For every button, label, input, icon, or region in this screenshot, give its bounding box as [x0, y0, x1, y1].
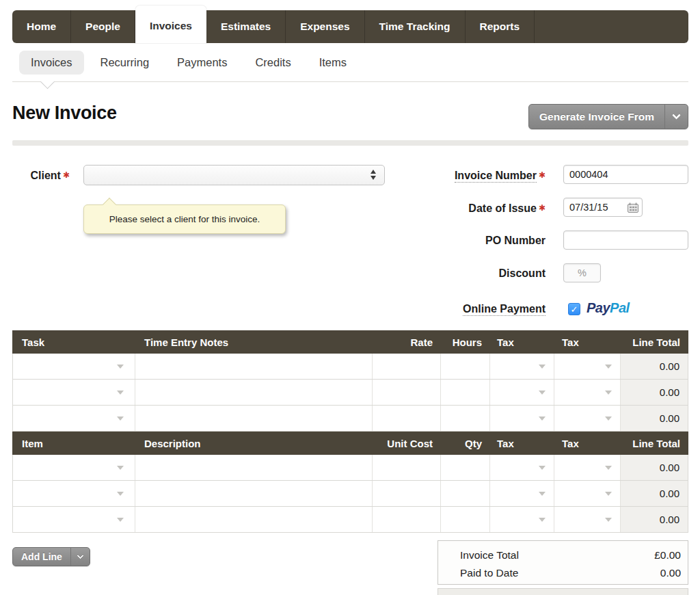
nav-tab-estimates[interactable]: Estimates	[206, 10, 286, 43]
unit-cost-cell[interactable]	[373, 481, 441, 506]
date-of-issue-field	[563, 198, 643, 218]
line-total-cell: 0.00	[621, 380, 688, 405]
col-header-tax1: Tax	[490, 336, 555, 348]
select-updown-icon	[371, 170, 376, 180]
dropdown-arrow-icon	[605, 518, 612, 522]
invoice-total-label: Invoice Total	[460, 546, 519, 564]
unit-cost-cell[interactable]	[373, 455, 441, 480]
description-cell[interactable]	[135, 481, 373, 506]
subnav-item-items[interactable]: Items	[308, 51, 358, 75]
time-entry-notes-cell[interactable]	[135, 406, 373, 431]
dropdown-arrow-icon	[605, 466, 612, 470]
add-line-dropdown-toggle[interactable]	[70, 548, 90, 566]
time-table-header: Task Time Entry Notes Rate Hours Tax Tax…	[12, 330, 688, 354]
nav-tab-home[interactable]: Home	[12, 10, 71, 43]
task-select-cell[interactable]	[13, 380, 135, 405]
tax1-select-cell[interactable]	[490, 507, 555, 532]
invoice-total-value: £0.00	[654, 546, 681, 564]
item-select-cell[interactable]	[13, 507, 135, 532]
nav-tab-reports[interactable]: Reports	[466, 10, 535, 43]
item-select-cell[interactable]	[13, 481, 135, 506]
description-cell[interactable]	[135, 507, 373, 532]
tax1-select-cell[interactable]	[490, 380, 555, 405]
tax1-select-cell[interactable]	[490, 481, 555, 506]
add-line-button[interactable]: Add Line	[12, 547, 90, 566]
tax2-select-cell[interactable]	[554, 455, 621, 480]
col-header-hours: Hours	[441, 336, 490, 348]
col-header-item: Item	[12, 438, 135, 449]
generate-invoice-from-button[interactable]: Generate Invoice From	[528, 104, 688, 129]
time-entry-notes-cell[interactable]	[135, 354, 373, 379]
dropdown-arrow-icon	[605, 391, 612, 395]
item-select-cell[interactable]	[13, 455, 135, 480]
nav-tab-people[interactable]: People	[71, 10, 135, 43]
dropdown-arrow-icon	[539, 391, 546, 395]
dropdown-arrow-icon	[117, 416, 124, 421]
table-row: 0.00	[13, 455, 688, 481]
chevron-down-icon	[77, 553, 83, 559]
nav-tab-expenses[interactable]: Expenses	[286, 10, 364, 43]
generate-invoice-dropdown-toggle[interactable]	[664, 105, 688, 129]
paypal-logo: PayPal	[587, 300, 630, 316]
tax1-select-cell[interactable]	[490, 455, 555, 480]
invoices-subnav: Invoices Recurring Payments Credits Item…	[19, 51, 358, 75]
po-number-input[interactable]	[563, 230, 688, 250]
line-total-cell: 0.00	[621, 455, 688, 480]
calendar-icon[interactable]	[627, 202, 639, 213]
dropdown-arrow-icon	[117, 466, 124, 470]
tooltip-pointer-icon	[103, 198, 116, 211]
required-asterisk-icon: ✱	[539, 203, 546, 213]
invoice-number-input[interactable]	[563, 165, 688, 184]
new-invoice-page: Home People Invoices Estimates Expenses …	[0, 0, 700, 595]
rate-cell[interactable]	[373, 406, 441, 431]
subnav-item-invoices[interactable]: Invoices	[19, 51, 84, 75]
paypal-checkbox[interactable]: ✓	[568, 303, 580, 315]
subnav-item-credits[interactable]: Credits	[243, 51, 302, 75]
time-entry-notes-cell[interactable]	[135, 380, 373, 405]
task-select-cell[interactable]	[13, 354, 135, 379]
task-select-cell[interactable]	[13, 406, 135, 431]
date-of-issue-label: Date of Issue✱	[383, 198, 546, 219]
po-number-label: PO Number	[383, 230, 546, 251]
items-table: Item Description Unit Cost Qty Tax Tax L…	[12, 432, 688, 533]
tax2-select-cell[interactable]	[554, 380, 621, 405]
tax2-select-cell[interactable]	[554, 354, 621, 379]
hours-cell[interactable]	[441, 380, 490, 405]
nav-tab-invoices[interactable]: Invoices	[135, 5, 206, 43]
dropdown-arrow-icon	[117, 365, 124, 369]
col-header-rate: Rate	[373, 336, 441, 348]
discount-input[interactable]	[563, 263, 601, 282]
rate-cell[interactable]	[373, 354, 441, 379]
tax2-select-cell[interactable]	[554, 507, 621, 532]
line-total-cell: 0.00	[621, 507, 688, 532]
qty-cell[interactable]	[441, 507, 490, 532]
tax1-select-cell[interactable]	[490, 354, 555, 379]
hours-cell[interactable]	[441, 354, 490, 379]
unit-cost-cell[interactable]	[373, 507, 441, 532]
hours-cell[interactable]	[441, 406, 490, 431]
table-row: 0.00	[13, 406, 688, 432]
subnav-active-notch	[40, 75, 55, 89]
col-header-qty: Qty	[441, 438, 490, 449]
tax1-select-cell[interactable]	[490, 406, 555, 431]
subnav-item-recurring[interactable]: Recurring	[89, 51, 161, 75]
dropdown-arrow-icon	[117, 391, 124, 395]
dropdown-arrow-icon	[117, 492, 124, 496]
table-row: 0.00	[13, 481, 688, 507]
rate-cell[interactable]	[373, 380, 441, 405]
col-header-line-total: Line Total	[621, 336, 688, 348]
tax2-select-cell[interactable]	[554, 406, 621, 431]
client-select[interactable]	[83, 165, 385, 185]
dropdown-arrow-icon	[539, 518, 546, 522]
col-header-unit-cost: Unit Cost	[373, 438, 441, 449]
col-header-tax2: Tax	[555, 336, 621, 348]
invoice-totals-box: Invoice Total £0.00 Paid to Date 0.00	[438, 540, 688, 585]
nav-tab-time-tracking[interactable]: Time Tracking	[365, 10, 466, 43]
description-cell[interactable]	[135, 455, 373, 480]
table-row: 0.00	[13, 380, 688, 406]
qty-cell[interactable]	[441, 481, 490, 506]
qty-cell[interactable]	[441, 455, 490, 480]
line-total-cell: 0.00	[621, 354, 688, 379]
tax2-select-cell[interactable]	[554, 481, 621, 506]
subnav-item-payments[interactable]: Payments	[165, 51, 239, 75]
